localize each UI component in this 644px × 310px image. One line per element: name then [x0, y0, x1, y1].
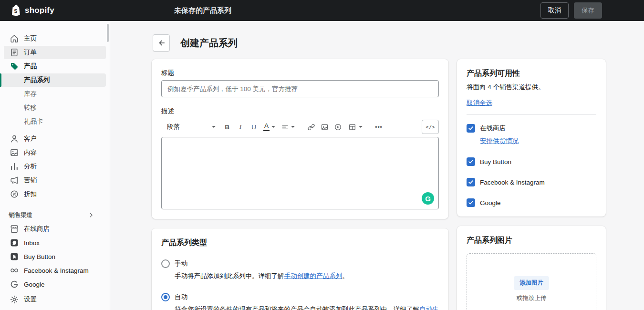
manual-collections-link[interactable]: 手动创建的产品系列 [284, 272, 343, 279]
paragraph-style-dropdown[interactable]: 段落 [161, 119, 220, 134]
sidebar-item-settings[interactable]: 设置 [4, 293, 106, 306]
chevron-right-icon [88, 212, 94, 218]
sidebar-section-sales-channels[interactable]: 销售渠道 [4, 208, 106, 222]
sidebar-item-label: 礼品卡 [24, 117, 43, 126]
video-icon [333, 122, 343, 132]
manual-desc-text: 手动将产品添加到此系列中。详细了解 [175, 272, 284, 279]
deselect-all-link[interactable]: 取消全选 [467, 99, 492, 106]
gear-icon [10, 295, 19, 304]
image-dropzone[interactable]: 添加图片 或拖放上传 [467, 253, 596, 310]
channel-row-facebook-instagram[interactable]: Facebook & Instagram [467, 178, 596, 186]
insert-table-button[interactable] [344, 120, 365, 134]
cancel-button[interactable]: 取消 [540, 2, 569, 19]
google-checkbox[interactable] [467, 198, 475, 207]
sidebar-item-buy-button[interactable]: Buy Button [4, 250, 106, 263]
buy-button-icon [10, 252, 19, 261]
add-image-button[interactable]: 添加图片 [514, 276, 549, 290]
google-icon [10, 279, 19, 289]
editor-toolbar: 段落 B I U A [161, 118, 439, 135]
back-arrow-icon [157, 39, 166, 47]
collection-image-card: 产品系列图片 添加图片 或拖放上传 [457, 226, 606, 310]
availability-card: 产品系列可用性 将面向 4 个销售渠道提供。 取消全选 在线商店 安排供货情况 [457, 59, 606, 217]
image-icon [320, 122, 329, 132]
channel-label: 在线商店 [480, 124, 506, 133]
sidebar-item-discounts[interactable]: 折扣 [4, 187, 106, 201]
auto-desc-text: 符合您所设置的条件的现有产品和将来的产品会自动被添加到此产品系列中。详细了解 [175, 306, 419, 310]
details-card: 标题 描述 段落 B I U A [152, 59, 448, 219]
sidebar-item-online-store[interactable]: 在线商店 [4, 222, 106, 236]
back-button[interactable] [153, 34, 170, 52]
channel-label: Google [480, 199, 501, 207]
description-editor[interactable]: G [161, 137, 439, 209]
sidebar: 主页 订单 产品 产品系列 库存 转移 礼品卡 客户 内容 [0, 21, 110, 310]
sidebar-subitem-collections[interactable]: 产品系列 [0, 73, 106, 87]
channel-row-online-store[interactable]: 在线商店 [467, 124, 596, 133]
facebook-instagram-checkbox[interactable] [467, 178, 475, 186]
sidebar-item-customers[interactable]: 客户 [4, 132, 106, 145]
sidebar-item-label: 库存 [24, 90, 37, 98]
sidebar-scrollbar[interactable] [107, 24, 109, 42]
title-input[interactable] [161, 80, 439, 97]
sidebar-item-label: 在线商店 [24, 225, 50, 233]
sidebar-subitem-inventory[interactable]: 库存 [4, 87, 106, 101]
sidebar-item-products[interactable]: 产品 [4, 60, 106, 73]
availability-title: 产品系列可用性 [467, 69, 596, 79]
grammarly-icon[interactable]: G [422, 192, 434, 205]
alignment-button[interactable] [278, 120, 298, 134]
collection-type-title: 产品系列类型 [161, 238, 439, 248]
sidebar-item-label: 营销 [24, 176, 37, 185]
caret-down-icon [359, 126, 363, 128]
caret-down-icon [212, 126, 216, 128]
align-left-icon [281, 123, 289, 131]
sidebar-item-analytics[interactable]: 分析 [4, 160, 106, 173]
sidebar-item-content[interactable]: 内容 [4, 146, 106, 159]
collection-image-title: 产品系列图片 [467, 236, 596, 246]
sidebar-item-orders[interactable]: 订单 [4, 46, 106, 59]
channel-row-google[interactable]: Google [467, 198, 596, 207]
caret-down-icon [291, 126, 295, 128]
sidebar-item-marketing[interactable]: 营销 [4, 174, 106, 187]
insert-video-button[interactable] [331, 120, 344, 134]
shopify-logo[interactable]: S shopify [0, 4, 54, 17]
more-options-button[interactable]: ••• [372, 120, 385, 134]
channel-row-buy-button[interactable]: Buy Button [467, 157, 596, 166]
sidebar-item-label: Buy Button [24, 253, 55, 260]
manual-radio[interactable] [161, 259, 170, 268]
show-html-button[interactable]: </> [422, 120, 439, 134]
online-store-checkbox[interactable] [467, 124, 475, 133]
underline-button[interactable]: U [247, 120, 260, 134]
sidebar-item-home[interactable]: 主页 [4, 32, 106, 45]
schedule-availability-link[interactable]: 安排供货情况 [480, 137, 519, 145]
auto-radio-row[interactable]: 自动 [161, 293, 439, 301]
bold-button[interactable]: B [220, 120, 234, 134]
sidebar-subitem-transfers[interactable]: 转移 [4, 101, 106, 114]
save-button[interactable]: 保存 [574, 2, 602, 19]
buy-button-checkbox[interactable] [467, 157, 475, 166]
customers-icon [10, 134, 19, 144]
insert-image-button[interactable] [318, 120, 331, 134]
analytics-icon [10, 162, 19, 171]
content-icon [10, 148, 19, 157]
sidebar-subitem-gift-cards[interactable]: 礼品卡 [4, 115, 106, 128]
link-icon [306, 122, 316, 132]
storefront-icon [10, 224, 19, 234]
description-label: 描述 [161, 107, 439, 115]
auto-radio[interactable] [161, 293, 170, 301]
channel-label: Facebook & Instagram [480, 179, 545, 186]
insert-link-button[interactable] [304, 120, 318, 134]
sidebar-item-label: 分析 [24, 162, 37, 171]
products-tag-icon [10, 62, 19, 71]
sidebar-item-inbox[interactable]: Inbox [4, 236, 106, 249]
page-title: 创建产品系列 [180, 37, 238, 50]
sidebar-item-facebook-instagram[interactable]: Facebook & Instagram [4, 264, 106, 277]
manual-radio-row[interactable]: 手动 [161, 259, 439, 268]
divider [467, 114, 596, 115]
paragraph-style-label: 段落 [167, 123, 180, 131]
title-label: 标题 [161, 69, 439, 77]
sidebar-item-google[interactable]: Google [4, 278, 106, 291]
italic-button[interactable]: I [234, 120, 247, 134]
meta-infinity-icon [10, 266, 19, 275]
page-header: 创建产品系列 [110, 21, 644, 52]
text-color-button[interactable]: A [260, 120, 278, 134]
sidebar-item-label: Google [24, 281, 45, 288]
